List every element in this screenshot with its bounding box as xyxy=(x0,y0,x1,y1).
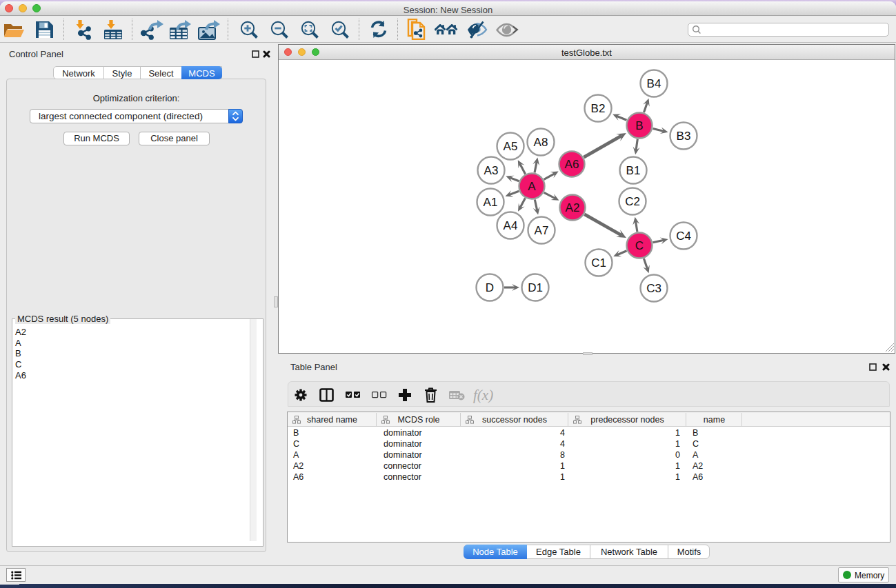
svg-text:A4: A4 xyxy=(504,219,518,232)
svg-text:A6: A6 xyxy=(565,158,579,171)
svg-text:A5: A5 xyxy=(504,140,518,153)
svg-text:C2: C2 xyxy=(625,195,640,208)
svg-text:C: C xyxy=(635,239,644,252)
svg-text:A1: A1 xyxy=(484,196,498,209)
svg-text:C1: C1 xyxy=(591,256,606,270)
svg-text:D1: D1 xyxy=(528,281,543,294)
svg-text:C4: C4 xyxy=(676,230,691,243)
svg-text:B4: B4 xyxy=(647,77,661,90)
svg-text:C3: C3 xyxy=(646,282,661,295)
svg-text:D: D xyxy=(486,281,494,294)
svg-text:B1: B1 xyxy=(626,164,641,177)
svg-text:B2: B2 xyxy=(591,102,606,115)
svg-text:A8: A8 xyxy=(534,136,548,149)
svg-text:B3: B3 xyxy=(677,130,691,143)
svg-text:A7: A7 xyxy=(535,224,549,237)
svg-text:A2: A2 xyxy=(566,201,580,214)
svg-text:A: A xyxy=(528,180,536,193)
svg-text:A3: A3 xyxy=(484,164,499,177)
svg-text:B: B xyxy=(635,119,643,132)
